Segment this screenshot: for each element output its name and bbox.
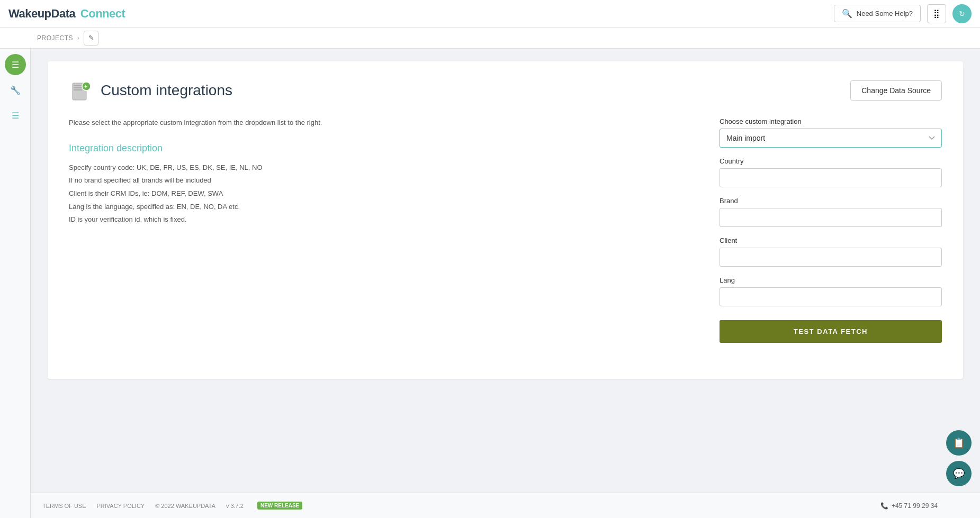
page-title-area: + Custom integrations (69, 78, 232, 103)
country-input[interactable] (720, 168, 942, 187)
lang-input[interactable] (720, 287, 942, 306)
privacy-link[interactable]: PRIVACY POLICY (97, 503, 145, 509)
version-number: v 3.7.2 (226, 503, 244, 509)
integration-desc-title: Integration description (69, 143, 698, 154)
edit-icon: ✎ (88, 34, 94, 42)
integration-label: Choose custom integration (720, 117, 942, 125)
sidebar-item-list[interactable]: ☰ (5, 105, 26, 126)
country-group: Country (720, 157, 942, 187)
brand-group: Brand (720, 197, 942, 227)
help-label: Need Some Help? (857, 10, 913, 17)
left-column: Please select the appropriate custom int… (69, 117, 698, 343)
top-nav-right: 🔍 Need Some Help? ⣿ ↻ (834, 4, 972, 23)
page-title: Custom integrations (101, 82, 232, 99)
breadcrumb-projects[interactable]: PROJECTS (37, 34, 73, 42)
main-content: + Custom integrations Change Data Source… (31, 49, 980, 518)
instruction-text: Please select the appropriate custom int… (69, 117, 698, 128)
new-release-badge: NEW RELEASE (257, 502, 302, 510)
app-logo: WakeupData Connect (8, 7, 125, 21)
refresh-icon: ↻ (959, 10, 965, 18)
user-avatar-button[interactable]: ↻ (952, 4, 972, 23)
grid-icon: ⣿ (933, 8, 940, 19)
secondary-navigation: PROJECTS › ✎ (0, 28, 980, 49)
floating-buttons: 📋 💬 (946, 430, 972, 486)
log-icon: 📋 (953, 437, 965, 449)
edit-button[interactable]: ✎ (84, 31, 98, 46)
top-navigation: WakeupData Connect 🔍 Need Some Help? ⣿ ↻ (0, 0, 980, 28)
footer: TERMS OF USE PRIVACY POLICY © 2022 WAKEU… (0, 493, 980, 518)
change-data-source-button[interactable]: Change Data Source (850, 80, 942, 101)
footer-phone: 📞 +45 71 99 29 34 (880, 502, 938, 510)
page-header: + Custom integrations Change Data Source (69, 78, 942, 103)
test-data-fetch-button[interactable]: TEST DATA FETCH (720, 320, 942, 343)
content-card: + Custom integrations Change Data Source… (48, 61, 963, 379)
lang-label: Lang (720, 276, 942, 284)
copyright: © 2022 WAKEUPDATA (155, 503, 215, 509)
integration-select[interactable]: Main import Option 2 Option 3 (720, 129, 942, 148)
brand-input[interactable] (720, 208, 942, 227)
desc-item-2: If no brand specified all brands will be… (69, 174, 698, 187)
custom-integration-icon: + (70, 80, 92, 101)
menu-icon: ☰ (12, 60, 19, 70)
desc-item-4: Lang is the language, specified as: EN, … (69, 201, 698, 214)
wrench-icon: 🔧 (10, 85, 21, 95)
page-icon: + (69, 78, 93, 103)
list-icon: ☰ (12, 111, 19, 121)
chat-float-button[interactable]: 💬 (946, 461, 972, 486)
help-icon: 🔍 (842, 8, 852, 19)
brand-label: Brand (720, 197, 942, 205)
client-input[interactable] (720, 248, 942, 267)
footer-left: TERMS OF USE PRIVACY POLICY © 2022 WAKEU… (42, 502, 302, 510)
lang-group: Lang (720, 276, 942, 306)
svg-text:+: + (84, 84, 87, 89)
grid-icon-button[interactable]: ⣿ (927, 4, 946, 23)
sidebar: ☰ 🔧 ☰ (0, 28, 31, 518)
country-label: Country (720, 157, 942, 165)
desc-item-1: Specify country code: UK, DE, FR, US, ES… (69, 161, 698, 175)
sidebar-item-menu[interactable]: ☰ (5, 54, 26, 75)
chat-icon: 💬 (953, 468, 965, 479)
terms-link[interactable]: TERMS OF USE (42, 503, 86, 509)
help-button[interactable]: 🔍 Need Some Help? (834, 5, 921, 22)
breadcrumb-separator: › (77, 34, 79, 42)
svg-rect-3 (74, 89, 82, 90)
logo-wakeup: WakeupData (8, 7, 78, 21)
logo-connect: Connect (80, 7, 125, 21)
two-column-layout: Please select the appropriate custom int… (69, 117, 942, 343)
client-group: Client (720, 237, 942, 267)
desc-item-5: ID is your verification id, which is fix… (69, 213, 698, 226)
client-label: Client (720, 237, 942, 244)
sidebar-item-settings[interactable]: 🔧 (5, 79, 26, 101)
phone-icon: 📞 (880, 502, 888, 510)
description-list: Specify country code: UK, DE, FR, US, ES… (69, 161, 698, 226)
right-column: Choose custom integration Main import Op… (720, 117, 942, 343)
log-float-button[interactable]: 📋 (946, 430, 972, 456)
integration-selector-group: Choose custom integration Main import Op… (720, 117, 942, 148)
desc-item-3: Client is their CRM IDs, ie: DOM, REF, D… (69, 187, 698, 201)
phone-number: +45 71 99 29 34 (892, 502, 938, 510)
